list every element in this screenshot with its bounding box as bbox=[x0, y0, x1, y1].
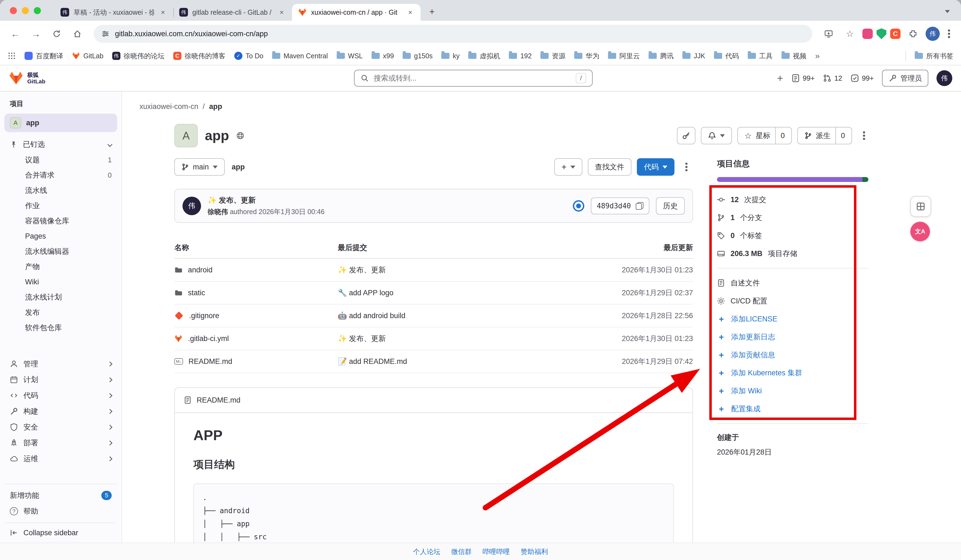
bookmark-tencent[interactable]: 腾讯 bbox=[649, 51, 673, 61]
star-count[interactable]: 0 bbox=[781, 132, 785, 140]
file-row-gitlab-ci[interactable]: .gitlab-ci.yml ✨ 发布、更新 2026年1月30日 01:23 bbox=[174, 327, 693, 350]
forward-button[interactable] bbox=[27, 25, 45, 42]
configure-integrations-link[interactable]: 配置集成 bbox=[717, 400, 868, 418]
clone-more-menu[interactable] bbox=[685, 166, 688, 168]
bookmark-x99[interactable]: x99 bbox=[371, 52, 394, 60]
language-bar[interactable] bbox=[717, 177, 868, 182]
sidebar-group-build[interactable]: 构建 bbox=[4, 403, 117, 419]
bookmark-todo[interactable]: ✓To Do bbox=[234, 52, 264, 60]
bookmark-huawei[interactable]: 华为 bbox=[574, 51, 599, 61]
user-avatar[interactable]: 伟 bbox=[937, 70, 952, 86]
bookmark-resources[interactable]: 资源 bbox=[540, 51, 566, 61]
tab-close-icon[interactable] bbox=[277, 8, 286, 17]
fork-count[interactable]: 0 bbox=[841, 132, 845, 140]
readme-header[interactable]: README.md bbox=[175, 388, 693, 413]
project-more-menu[interactable] bbox=[863, 135, 865, 137]
browser-tab[interactable]: 伟 草稿 - 活动 - xuxiaowei - 徐晓 bbox=[55, 4, 173, 21]
sidebar-item-pipeline-schedules[interactable]: 流水线计划 bbox=[4, 290, 117, 305]
file-name-link[interactable]: README.md bbox=[188, 357, 232, 366]
commit-author-avatar[interactable]: 伟 bbox=[183, 197, 201, 215]
url-text[interactable]: gitlab.xuxiaowei.com.cn/xuxiaowei-com-cn… bbox=[115, 30, 268, 38]
home-button[interactable] bbox=[69, 25, 86, 42]
bookmark-vm[interactable]: 虚拟机 bbox=[468, 51, 500, 61]
breadcrumb-project-link[interactable]: app bbox=[209, 103, 222, 111]
sidebar-group-deploy[interactable]: 部署 bbox=[4, 435, 117, 451]
collapse-sidebar-button[interactable]: Collapse sidebar bbox=[4, 522, 117, 538]
minimize-window-button[interactable] bbox=[22, 7, 29, 14]
sidebar-item-jobs[interactable]: 作业 bbox=[4, 198, 117, 213]
sidebar-item-pages[interactable]: Pages bbox=[4, 228, 117, 244]
translate-floating-button[interactable]: 文A bbox=[910, 222, 930, 241]
sidebar-item-artifacts[interactable]: 产物 bbox=[4, 259, 117, 274]
issues-counter[interactable]: 99+ bbox=[791, 74, 815, 82]
bookmark-blog[interactable]: C徐晓伟的博客 bbox=[173, 51, 225, 61]
all-bookmarks-button[interactable]: 所有书签 bbox=[915, 51, 953, 61]
add-contributing-link[interactable]: 添加贡献信息 bbox=[717, 346, 868, 364]
todos-counter[interactable]: 99+ bbox=[850, 74, 874, 82]
footer-link-forum[interactable]: 个人论坛 bbox=[413, 547, 440, 556]
footer-link-sponsor[interactable]: 赞助福利 bbox=[521, 547, 548, 556]
extensions-button[interactable] bbox=[904, 25, 922, 42]
sidebar-item-package-registry[interactable]: 软件包仓库 bbox=[4, 320, 117, 335]
tab-close-icon[interactable] bbox=[159, 8, 167, 17]
branches-stat[interactable]: 1个分支 bbox=[717, 209, 868, 226]
bookmark-page-button[interactable]: ☆ bbox=[841, 25, 858, 42]
bookmark-code[interactable]: 代码 bbox=[714, 51, 739, 61]
branch-selector[interactable]: main bbox=[174, 158, 225, 176]
sidebar-item-pipeline-editor[interactable]: 流水线编辑器 bbox=[4, 244, 117, 259]
bookmarks-overflow-button[interactable] bbox=[815, 51, 820, 61]
bookmark-tools[interactable]: 工具 bbox=[748, 51, 773, 61]
sidebar-item-merge-requests[interactable]: 合并请求0 bbox=[4, 167, 117, 183]
close-window-button[interactable] bbox=[10, 7, 17, 14]
extension-shield-icon[interactable] bbox=[877, 28, 886, 39]
sidebar-group-manage[interactable]: 管理 bbox=[4, 356, 117, 372]
footer-link-bilibili[interactable]: 哔哩哔哩 bbox=[483, 547, 510, 556]
merge-requests-counter[interactable]: 12 bbox=[823, 74, 842, 82]
extension-pink-icon[interactable] bbox=[862, 29, 873, 39]
admin-area-button[interactable]: 管理员 bbox=[882, 70, 928, 87]
apps-grid-icon[interactable] bbox=[8, 52, 16, 60]
star-button[interactable]: ☆星标0 bbox=[738, 127, 792, 144]
bookmark-g150s[interactable]: g150s bbox=[403, 52, 432, 60]
file-row-readme[interactable]: README.md 📝 add README.md 2026年1月29日 07:… bbox=[174, 350, 693, 373]
pipeline-status-icon[interactable] bbox=[573, 200, 584, 212]
file-commit-link[interactable]: 🔧 add APP logo bbox=[338, 289, 568, 297]
sidebar-group-code[interactable]: 代码 bbox=[4, 388, 117, 403]
extension-c-icon[interactable]: C bbox=[890, 29, 900, 39]
site-settings-icon[interactable] bbox=[101, 30, 109, 38]
browser-tab[interactable]: 伟 gitlab release-cli - GitLab / G bbox=[173, 4, 292, 21]
notifications-button[interactable] bbox=[701, 127, 732, 144]
global-search-input[interactable]: 搜索或转到... / bbox=[354, 70, 593, 87]
copy-sha-icon[interactable] bbox=[636, 202, 643, 210]
file-name-link[interactable]: .gitlab-ci.yml bbox=[188, 334, 229, 343]
back-button[interactable] bbox=[6, 25, 24, 42]
tags-stat[interactable]: 0个标签 bbox=[717, 226, 868, 245]
tab-close-icon[interactable] bbox=[406, 8, 415, 17]
bookmark-192[interactable]: 192 bbox=[509, 52, 532, 60]
readme-filename[interactable]: README.md bbox=[197, 396, 241, 404]
help-item[interactable]: 帮助 bbox=[4, 503, 117, 519]
file-name-link[interactable]: .gitignore bbox=[189, 311, 219, 320]
sidebar-group-operate[interactable]: 运维 bbox=[4, 451, 117, 467]
commits-stat[interactable]: 12次提交 bbox=[717, 191, 868, 209]
fork-button[interactable]: 派生0 bbox=[797, 127, 852, 144]
add-wiki-link[interactable]: 添加 Wiki bbox=[717, 382, 868, 400]
bookmark-aliyun[interactable]: 阿里云 bbox=[608, 51, 640, 61]
install-app-button[interactable] bbox=[820, 25, 837, 42]
commit-message-link[interactable]: ✨ 发布、更新 bbox=[207, 195, 325, 205]
sidebar-group-secure[interactable]: 安全 bbox=[4, 419, 117, 435]
storage-stat[interactable]: 206.3 MB项目存储 bbox=[717, 245, 868, 263]
file-row-gitignore[interactable]: .gitignore 🤖 add android build 2026年1月28… bbox=[174, 305, 693, 327]
tab-search-button[interactable] bbox=[942, 5, 953, 18]
file-row-static[interactable]: static 🔧 add APP logo 2026年1月29日 02:37 bbox=[174, 282, 693, 305]
file-name-link[interactable]: android bbox=[188, 266, 212, 274]
file-commit-link[interactable]: 📝 add README.md bbox=[338, 357, 568, 366]
code-dropdown-button[interactable]: 代码 bbox=[637, 158, 675, 176]
file-row-android[interactable]: android ✨ 发布、更新 2026年1月30日 01:23 bbox=[174, 259, 693, 282]
find-file-button[interactable]: 查找文件 bbox=[588, 158, 632, 176]
gitlab-logo[interactable]: 极狐GitLab bbox=[9, 71, 45, 85]
file-commit-link[interactable]: ✨ 发布、更新 bbox=[338, 265, 568, 275]
bookmark-gitlab[interactable]: GitLab bbox=[72, 52, 103, 60]
commit-sha[interactable]: 489d3d40 bbox=[597, 202, 631, 210]
bookmark-maven-central[interactable]: Maven Central bbox=[272, 52, 328, 60]
